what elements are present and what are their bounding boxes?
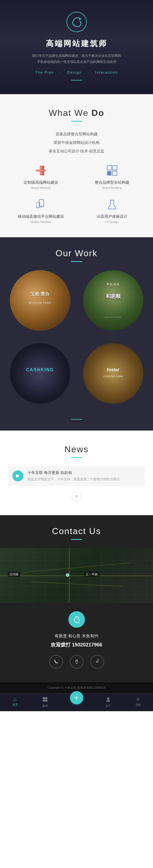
- our-work-section: Our Work 宝能·慧合 WISDOM PARK 养生·生活 和葩顺 HEA…: [0, 237, 153, 431]
- svg-rect-6: [107, 165, 112, 170]
- our-work-title: Our Work: [5, 248, 148, 258]
- svg-point-1: [79, 19, 81, 20]
- work-2-sublabel: 养生·生活: [83, 282, 143, 286]
- contact-info: 有新意 有心意 木鱼有约 欢迎拨打 15020217966: [0, 603, 153, 682]
- grid-icon: [105, 164, 119, 177]
- weibo-icon[interactable]: [90, 655, 104, 669]
- service-mobile-website: 移动端及微信平台网站建设 Mobile Website: [8, 198, 74, 223]
- svg-point-11: [41, 206, 42, 207]
- nav-cases[interactable]: 案例: [40, 695, 50, 709]
- contact-section: Contact Us 滨河路 正一环路 有新意 有心意 木鱼有约 欢迎拨打 15…: [0, 515, 153, 693]
- service-1-name: 定制级高端网站建设: [8, 180, 74, 185]
- work-item-3[interactable]: CASHKING: [5, 343, 74, 412]
- copyright: Copyright © 十年互联 版权所有备12345678: [3, 686, 150, 690]
- work-2-label: 和葩顺: [83, 293, 143, 300]
- service-ui-design: UI及用户体验设计 UI Design: [80, 198, 145, 223]
- svg-rect-19: [43, 697, 45, 699]
- svg-point-23: [107, 698, 109, 700]
- work-3-label: CASHKING: [10, 367, 70, 372]
- svg-rect-5: [42, 171, 44, 176]
- svg-point-18: [96, 661, 97, 662]
- nav-about[interactable]: 关于: [103, 695, 113, 709]
- service-2-name-en: Brand Building: [80, 186, 145, 189]
- hero-logo: [66, 11, 88, 33]
- work-item-1[interactable]: 宝能·慧合 WISDOM PARK: [5, 270, 74, 339]
- news-item-desc: 我是文字我是文字，十年互联，我是这里二十都地方的站点朝点: [28, 477, 120, 482]
- contact-icons: [5, 655, 148, 669]
- contact-title: Contact Us: [0, 526, 153, 536]
- person-icon: [105, 696, 111, 704]
- work-4-label: fostor: [83, 367, 143, 372]
- svg-marker-15: [16, 474, 20, 478]
- service-3-name-en: Mobile Website: [8, 220, 74, 223]
- map-label-1: 滨河路: [8, 572, 20, 577]
- section-underline: [71, 121, 82, 122]
- news-icon: [12, 470, 23, 482]
- map-pin: [66, 574, 69, 577]
- svg-rect-22: [45, 700, 47, 702]
- news-title: News: [8, 444, 145, 455]
- svg-rect-9: [113, 171, 117, 176]
- news-content: 十年互联 每月更新 款款创 我是文字我是文字，十年互联，我是这里二十都地方的站点…: [28, 470, 120, 482]
- contact-phone: 欢迎拨打 15020217966: [5, 642, 148, 648]
- phone-icon[interactable]: [49, 655, 63, 669]
- add-icon: +: [70, 691, 83, 704]
- nav-add[interactable]: +: [70, 695, 83, 709]
- nav-menu[interactable]: ≡ 导航: [133, 695, 143, 709]
- home-icon: ⌂: [13, 696, 17, 703]
- cases-icon: [42, 696, 48, 704]
- svg-rect-21: [43, 700, 45, 702]
- svg-point-16: [78, 617, 79, 618]
- what-we-do-section: What We Do 首家品牌整合型网站构建 荣获中国金牌网站设计机构 著名互动…: [0, 94, 153, 237]
- service-2-name: 整合品牌型全站构建: [80, 180, 145, 185]
- contact-map: 滨河路 正一环路: [0, 548, 153, 603]
- our-work-underline: [71, 261, 82, 262]
- feature-3: 著名互动公司设计·技术·创意总监: [8, 147, 145, 155]
- work-item-2[interactable]: 养生·生活 和葩顺 HEALTH PARK: [79, 270, 148, 339]
- svg-point-17: [76, 660, 77, 661]
- services-grid: 定制级高端网站建设 Brand Website 整合品牌型全站构建 Brand …: [8, 164, 145, 223]
- news-item-title: 十年互联 每月更新 款款创: [28, 470, 120, 475]
- contact-slogan-1: 有新意 有心意 木鱼有约: [5, 632, 148, 640]
- svg-point-0: [67, 12, 87, 32]
- hero-title: 高端网站建筑师: [5, 38, 148, 49]
- hero-desc: 我们专注于品牌化高端网站建设，致力于解决企业在互联网和 手机移动端的统一性呈现以…: [30, 53, 123, 65]
- contact-logo: [68, 611, 85, 628]
- svg-rect-20: [45, 697, 47, 699]
- service-3-name: 移动端及微信平台网站建设: [8, 214, 74, 219]
- svg-point-13: [38, 207, 39, 208]
- map-label-2: 正一环路: [84, 572, 99, 577]
- location-icon[interactable]: [70, 655, 84, 669]
- mobile-icon: [34, 198, 48, 211]
- work-divider: [71, 419, 82, 420]
- contact-underline: [71, 539, 82, 540]
- flask-icon: [105, 198, 119, 211]
- svg-rect-8: [107, 171, 112, 176]
- news-more-button[interactable]: +: [72, 492, 82, 501]
- news-underline: [71, 457, 82, 458]
- svg-rect-4: [42, 165, 44, 170]
- bottom-nav: ⌂ 首页 案例 + 关于 ≡ 导航: [0, 693, 153, 711]
- work-item-4[interactable]: fostor COUNTRY FARM: [79, 343, 148, 412]
- news-section: News 十年互联 每月更新 款款创 我是文字我是文字，十年互联，我是这里二十都…: [0, 431, 153, 515]
- what-we-do-title: What We Do: [8, 108, 145, 118]
- hero-tags: The Plan · Design · Interaction: [5, 70, 148, 74]
- service-brand-website: 定制级高端网站建设 Brand Website: [8, 164, 74, 189]
- nav-home[interactable]: ⌂ 首页: [10, 695, 20, 709]
- svg-rect-3: [36, 169, 46, 172]
- service-brand-building: 整合品牌型全站构建 Brand Building: [80, 164, 145, 189]
- news-item-1: 十年互联 每月更新 款款创 我是文字我是文字，十年互联，我是这里二十都地方的站点…: [8, 466, 145, 486]
- svg-rect-7: [113, 165, 117, 170]
- work-1-sublabel: WISDOM PARK: [10, 302, 70, 305]
- service-4-name-en: UI Design: [80, 220, 145, 223]
- service-1-name-en: Brand Website: [8, 186, 74, 189]
- service-4-name: UI及用户体验设计: [80, 214, 145, 219]
- hero-divider: [71, 80, 82, 81]
- feature-1: 首家品牌整合型网站构建: [8, 130, 145, 138]
- menu-icon: ≡: [136, 696, 140, 703]
- what-features: 首家品牌整合型网站构建 荣获中国金牌网站设计机构 著名互动公司设计·技术·创意总…: [8, 130, 145, 155]
- work-grid: 宝能·慧合 WISDOM PARK 养生·生活 和葩顺 HEALTH PARK …: [5, 270, 148, 412]
- cross-icon: [34, 164, 48, 177]
- feature-2: 荣获中国金牌网站设计机构: [8, 138, 145, 147]
- work-1-label: 宝能·慧合: [10, 291, 70, 297]
